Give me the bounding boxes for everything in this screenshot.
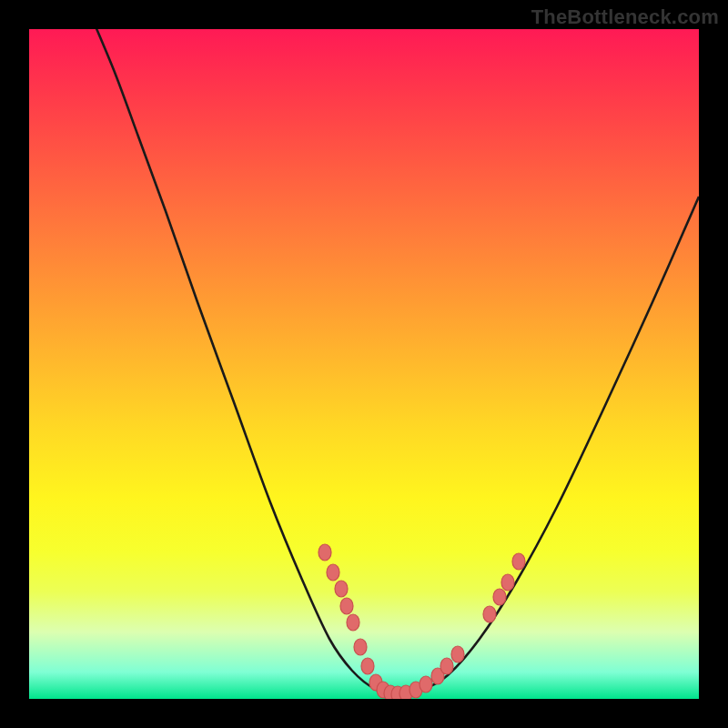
curve-dot (318, 544, 331, 561)
curve-dot (335, 581, 348, 597)
curve-dot (420, 676, 432, 693)
curve-dot (512, 553, 525, 570)
plot-area (29, 29, 699, 699)
curve-dot (361, 658, 374, 674)
curve-dot (483, 606, 496, 622)
watermark-text: TheBottleneck.com (531, 5, 719, 29)
curve-dot (347, 614, 359, 631)
curve-dot (451, 646, 464, 662)
curve-dot (354, 639, 367, 655)
curve-dot (501, 574, 514, 591)
curve-svg (29, 29, 699, 699)
bottleneck-curve (93, 29, 699, 694)
curve-dot (493, 589, 506, 605)
curve-dot (340, 598, 353, 614)
curve-dot (440, 658, 453, 674)
curve-dots (318, 544, 525, 699)
curve-dot (327, 564, 339, 581)
